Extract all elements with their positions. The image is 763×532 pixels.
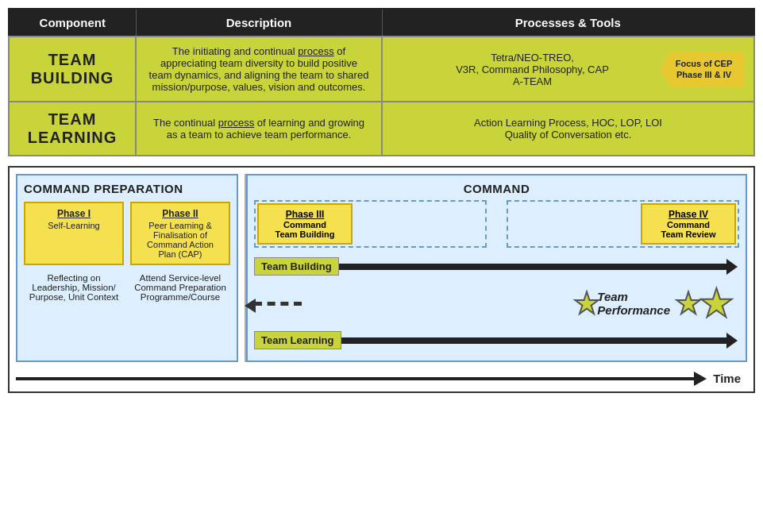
cmd-content: Phase III CommandTeam Building Phase IV … <box>254 200 739 354</box>
phase-2-title: Phase II <box>138 208 222 219</box>
time-arrow-head <box>694 372 707 386</box>
cmd-phases-row: Phase III CommandTeam Building Phase IV … <box>254 200 739 248</box>
phase-3-title: Phase III <box>267 209 343 220</box>
team-performance-row: ★ TeamPerformance ★ ★ <box>254 280 739 326</box>
team-performance-text: TeamPerformance <box>597 290 670 317</box>
cmd-prep-title: COMMAND PREPARATION <box>24 182 230 195</box>
team-learning-row: Team Learning <box>254 331 739 349</box>
team-learning-bar: Team Learning <box>254 331 341 349</box>
processes-team-learning: Action Learning Process, HOC, LOP, LOIQu… <box>382 102 754 156</box>
phase-2-box: Phase II Peer Learning & Finalisation of… <box>130 202 230 265</box>
phase-2-desc: Attend Service-level Command Preparation… <box>130 273 230 302</box>
phase-4-title: Phase IV <box>650 209 726 220</box>
team-building-bar: Team Building <box>254 257 339 276</box>
processes-team-building: Tetra/NEO-TREO,V3R, Command Philosophy, … <box>382 37 754 102</box>
team-building-arrow <box>339 264 728 270</box>
header-description: Description <box>136 9 382 37</box>
phase-1-subtitle: Self-Learning <box>32 221 116 230</box>
star-1: ★ <box>573 288 600 318</box>
dotted-arrow-head <box>245 299 256 313</box>
component-table: Component Description Processes & Tools … <box>8 8 755 156</box>
phase-1-desc: Reflecting on Leadership, Mission/ Purpo… <box>24 273 124 302</box>
component-team-building: TEAM BUILDING <box>9 37 136 102</box>
command-preparation-panel: COMMAND PREPARATION Phase I Self-Learnin… <box>16 174 238 362</box>
header-component: Component <box>9 9 136 37</box>
phase-3-subtitle: CommandTeam Building <box>267 220 343 239</box>
star-3: ★ <box>699 283 734 323</box>
bottom-diagram: COMMAND PREPARATION Phase I Self-Learnin… <box>8 166 755 393</box>
time-row: Time <box>10 368 753 391</box>
star-2: ★ <box>675 288 702 318</box>
stars-area: ★ TeamPerformance ★ ★ <box>302 280 739 326</box>
phase-4-subtitle: CommandTeam Review <box>650 220 726 239</box>
time-label: Time <box>713 372 741 385</box>
phase-1-title: Phase I <box>32 208 116 219</box>
header-processes: Processes & Tools <box>382 9 754 37</box>
phase-4-box: Phase IV CommandTeam Review <box>641 203 736 245</box>
team-building-row: Team Building <box>254 257 739 276</box>
description-team-building: The initiating and continual process of … <box>136 37 382 102</box>
focus-badge: Focus of CEPPhase III & IV <box>661 52 744 87</box>
phase-1-box: Phase I Self-Learning <box>24 202 124 265</box>
description-team-learning: The continual process of learning and gr… <box>136 102 382 156</box>
prep-phases-row: Phase I Self-Learning Phase II Peer Lear… <box>24 202 230 265</box>
command-panel: COMMAND Phase III CommandTeam Building <box>246 174 747 362</box>
phase-3-box: Phase III CommandTeam Building <box>257 203 353 245</box>
phase-2-subtitle: Peer Learning & Finalisation of Command … <box>138 221 222 259</box>
dotted-line <box>254 302 302 306</box>
prep-desc-row: Reflecting on Leadership, Mission/ Purpo… <box>24 273 230 302</box>
team-learning-arrow <box>341 337 728 344</box>
time-line <box>16 377 696 380</box>
component-team-learning: TEAM LEARNING <box>9 102 136 156</box>
cmd-title: COMMAND <box>254 182 739 195</box>
